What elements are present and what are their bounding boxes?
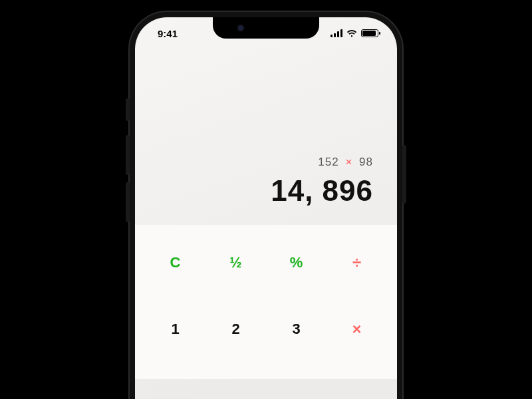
multiply-button[interactable]: × <box>330 306 384 352</box>
volume-up-button <box>126 135 130 175</box>
divide-button[interactable]: ÷ <box>330 239 384 286</box>
result-value: 14, 896 <box>148 174 373 207</box>
clear-button[interactable]: C <box>148 239 202 286</box>
volume-down-button <box>126 182 130 222</box>
percent-button[interactable]: % <box>269 239 323 286</box>
digit-1-button[interactable]: 1 <box>148 306 202 352</box>
side-switch <box>126 98 130 121</box>
battery-icon <box>361 29 378 37</box>
expression-rhs: 98 <box>359 156 373 168</box>
phone-screen: 9:41 152 × 98 14, 896 C ½ <box>135 17 397 399</box>
digit-2-button[interactable]: 2 <box>209 306 263 352</box>
wifi-icon <box>346 29 357 37</box>
status-indicators <box>331 29 378 37</box>
keypad: C ½ % ÷ 1 2 3 × <box>135 225 397 379</box>
status-time: 9:41 <box>158 28 178 39</box>
phone-frame: 9:41 152 × 98 14, 896 C ½ <box>130 12 402 399</box>
expression: 152 × 98 <box>148 156 373 169</box>
expression-lhs: 152 <box>318 156 338 168</box>
calculator-display: 152 × 98 14, 896 <box>135 49 397 219</box>
digit-3-button[interactable]: 3 <box>269 306 323 352</box>
power-button <box>402 145 406 203</box>
expression-operator: × <box>345 156 352 168</box>
half-button[interactable]: ½ <box>209 239 263 286</box>
cellular-signal-icon <box>331 29 342 37</box>
notch <box>213 17 319 39</box>
